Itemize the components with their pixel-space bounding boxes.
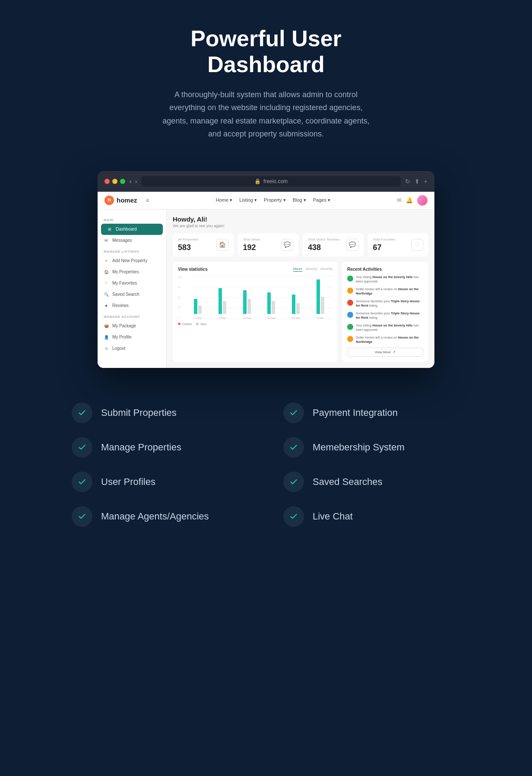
hero-section: Powerful User Dashboard A thoroughly-bui… xyxy=(72,0,460,158)
views-icon: 💬 xyxy=(281,239,293,251)
bar-group-5: 25 Aug xyxy=(285,295,307,319)
browser-dots xyxy=(104,179,125,184)
nav-blog[interactable]: Blog ▾ xyxy=(293,197,306,203)
feature-label-manage: Manage Properties xyxy=(101,442,181,453)
stat-favorites-value: 67 xyxy=(373,243,396,252)
logout-icon: ⎋ xyxy=(104,346,109,351)
chart-card: View statistics Hours Weekly Monthly 100… xyxy=(173,262,338,362)
stat-visitor-reviews-label: Total Visitor Reviews xyxy=(308,238,340,241)
logo-text: homez xyxy=(117,196,137,204)
sidebar-add-property-label: Add New Property xyxy=(112,258,147,263)
nav-property[interactable]: Property ▾ xyxy=(264,197,286,203)
bar-group-3: 10 Aug xyxy=(236,290,257,319)
activity-dot-6 xyxy=(347,336,353,342)
activity-item-3: Someone favorites your Triple Story Hous… xyxy=(347,299,423,308)
add-property-icon: + xyxy=(104,258,109,263)
bar-gray-5 xyxy=(296,303,300,314)
close-dot[interactable] xyxy=(104,179,110,184)
stat-all-properties: All Properties 583 🏠 xyxy=(173,233,234,257)
chart-legend: Clicked View xyxy=(178,323,332,326)
package-icon: 📦 xyxy=(104,323,109,329)
activity-text-5: Your listing House on the beverly hills … xyxy=(356,323,423,333)
sidebar-item-dashboard[interactable]: ⊞ Dashboard xyxy=(101,224,163,235)
sidebar-dashboard-label: Dashboard xyxy=(116,227,137,231)
feature-membership: Memebership System xyxy=(283,437,460,458)
chart-tab-hours[interactable]: Hours xyxy=(293,267,302,272)
minimize-dot[interactable] xyxy=(112,179,117,184)
bar-label-6: 5 Sep xyxy=(317,317,324,319)
dashboard-sidebar: MAIN ⊞ Dashboard ✉ Messages MANAGE LISTI… xyxy=(98,209,167,368)
hero-title: Powerful User Dashboard xyxy=(158,26,374,78)
legend-view-label: View xyxy=(200,323,206,326)
favorites-icon: ♡ xyxy=(104,281,109,286)
activity-dot-4 xyxy=(347,312,353,318)
dashboard-icon: ⊞ xyxy=(107,227,112,232)
bar-gray-1 xyxy=(198,305,202,314)
feature-check-agents xyxy=(72,506,92,527)
profile-icon: 👤 xyxy=(104,335,109,340)
bar-label-5: 25 Aug xyxy=(292,317,300,319)
nav-listing[interactable]: Listing ▾ xyxy=(239,197,257,203)
email-icon[interactable]: ✉ xyxy=(397,197,402,203)
browser-nav[interactable]: ‹ › xyxy=(130,178,137,185)
check-icon-payment xyxy=(289,409,298,417)
feature-check-submit xyxy=(72,402,92,423)
activity-item-5: Your listing House on the beverly hills … xyxy=(347,323,423,333)
feature-label-submit: Submit Properties xyxy=(101,407,177,418)
sidebar-item-messages[interactable]: ✉ Messages xyxy=(98,235,166,246)
feature-label-saved: Saved Searches xyxy=(313,476,382,488)
activity-item-6: Dollie Horton left a review on House on … xyxy=(347,336,423,345)
browser-window: ‹ › 🔒 freeio.com ↻ ⬆ + H homez ≡ Home ▾ … xyxy=(98,171,434,368)
legend-clicked-label: Clicked xyxy=(182,323,192,326)
chart-tab-monthly[interactable]: Monthly xyxy=(320,267,332,272)
sidebar-messages-label: Messages xyxy=(112,238,132,243)
chart-title: View statistics xyxy=(178,267,208,272)
sidebar-item-saved-search[interactable]: 🔍 Saved Search xyxy=(98,289,166,300)
reviews-icon: ★ xyxy=(104,303,109,308)
menu-icon[interactable]: ≡ xyxy=(146,197,149,204)
activity-dot-3 xyxy=(347,300,353,306)
dashboard-greeting: Howdy, Ali! We are glad to see you again… xyxy=(173,215,428,228)
bell-icon[interactable]: 🔔 xyxy=(406,197,413,203)
bar-gray-2 xyxy=(223,301,226,314)
sidebar-reviews-label: Reviews xyxy=(112,303,129,308)
activity-text-1: Your listing House on the beverly hills … xyxy=(356,275,423,284)
sidebar-account-label: MANAGE ACCOUNT xyxy=(98,311,166,320)
activity-text-6: Dollie Horton left a review on House on … xyxy=(356,336,423,345)
check-icon-profiles xyxy=(78,478,86,486)
dashboard-nav-links: Home ▾ Listing ▾ Property ▾ Blog ▾ Pages… xyxy=(155,197,392,203)
bar-label-4: 22 Aug xyxy=(267,317,276,319)
sidebar-item-logout[interactable]: ⎋ Logout xyxy=(98,343,166,354)
browser-address[interactable]: 🔒 freeio.com xyxy=(141,176,400,187)
user-avatar[interactable] xyxy=(417,195,428,206)
stat-favorites: Total Favorites 67 ♡ xyxy=(368,233,429,257)
back-icon[interactable]: ‹ xyxy=(130,178,132,185)
forward-icon[interactable]: › xyxy=(135,178,137,185)
bar-teal-2 xyxy=(218,288,222,314)
chart-tab-weekly[interactable]: Weekly xyxy=(306,267,317,272)
bar-group-1: 1 Aug xyxy=(187,299,209,319)
sidebar-item-add-property[interactable]: + Add New Property xyxy=(98,255,166,266)
check-icon-membership xyxy=(289,443,298,452)
sidebar-item-my-profile[interactable]: 👤 My Profile xyxy=(98,332,166,343)
feature-check-chat xyxy=(283,506,304,527)
share-icon[interactable]: ⬆ xyxy=(415,178,420,185)
activity-dot-5 xyxy=(347,324,353,330)
reload-icon[interactable]: ↻ xyxy=(405,178,410,185)
sidebar-item-my-package[interactable]: 📦 My Package xyxy=(98,320,166,332)
sidebar-item-reviews[interactable]: ★ Reviews xyxy=(98,300,166,311)
maximize-dot[interactable] xyxy=(120,179,125,184)
feature-check-manage xyxy=(72,437,92,458)
bar-teal-6 xyxy=(317,279,320,314)
chart-tabs: Hours Weekly Monthly xyxy=(293,267,332,272)
browser-chrome: ‹ › 🔒 freeio.com ↻ ⬆ + xyxy=(98,171,434,192)
add-tab-icon[interactable]: + xyxy=(424,178,428,185)
legend-view-dot xyxy=(196,323,199,325)
check-icon-saved xyxy=(289,478,298,486)
nav-pages[interactable]: Pages ▾ xyxy=(313,197,330,203)
sidebar-item-my-properties[interactable]: 🏠 My Properties xyxy=(98,266,166,278)
nav-home[interactable]: Home ▾ xyxy=(216,197,232,203)
lock-icon: 🔒 xyxy=(254,178,261,184)
view-more-button[interactable]: View More ↗ xyxy=(347,348,423,357)
sidebar-item-favorites[interactable]: ♡ My Favorites xyxy=(98,278,166,289)
